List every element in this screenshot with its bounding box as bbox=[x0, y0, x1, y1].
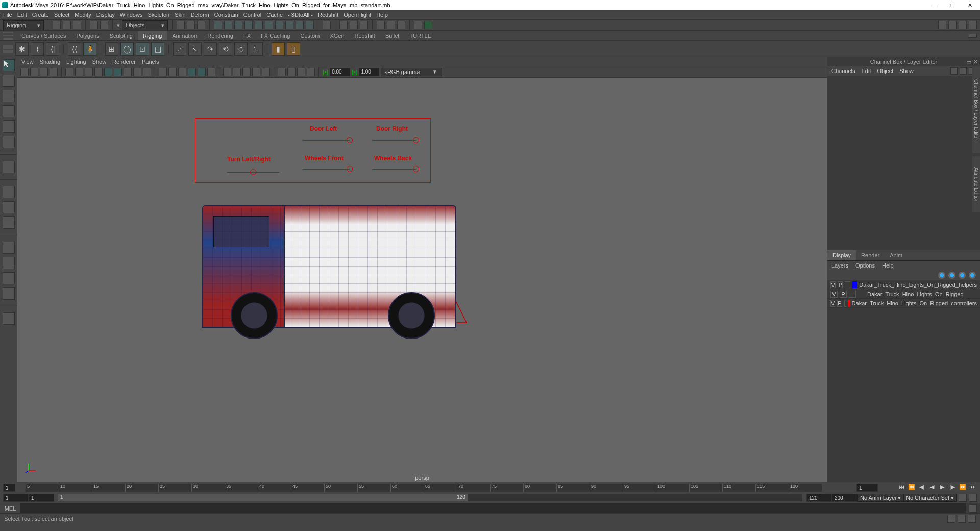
blend-shape-icon[interactable]: ◫ bbox=[151, 42, 164, 56]
layer-help[interactable]: Help bbox=[882, 262, 894, 269]
colorspace-dropdown[interactable]: sRGB gamma ▾ bbox=[381, 68, 442, 76]
gamma-input[interactable] bbox=[359, 68, 379, 76]
shelf-curves[interactable]: Curves / Surfaces bbox=[16, 31, 71, 40]
close-button[interactable]: ✕ bbox=[965, 2, 975, 9]
paint-select-tool-icon[interactable] bbox=[3, 90, 15, 102]
vp2-icon[interactable] bbox=[424, 21, 432, 29]
menu-control[interactable]: Control bbox=[243, 12, 261, 18]
bookmark-icon[interactable] bbox=[40, 68, 48, 76]
step-back-icon[interactable]: ◀| bbox=[918, 484, 926, 492]
layer-visible-toggle[interactable]: V bbox=[830, 291, 838, 298]
layout-6-icon[interactable] bbox=[3, 272, 15, 284]
status-icon-2[interactable] bbox=[958, 515, 966, 523]
layer-new-empty-icon[interactable] bbox=[959, 272, 966, 279]
shelf-xgen[interactable]: XGen bbox=[325, 31, 349, 40]
shelf-custom[interactable]: Custom bbox=[296, 31, 325, 40]
shelf-rigging[interactable]: Rigging bbox=[138, 31, 167, 40]
menu-windows[interactable]: Windows bbox=[120, 12, 143, 18]
range-end-input[interactable] bbox=[806, 494, 832, 502]
menu-deform[interactable]: Deform bbox=[191, 12, 209, 18]
play-fwd-icon[interactable]: ▶ bbox=[938, 484, 946, 492]
ipr-icon[interactable] bbox=[387, 21, 395, 29]
layer-color-swatch[interactable] bbox=[848, 300, 850, 307]
bind-skin-icon[interactable]: ⟋ bbox=[173, 42, 186, 56]
shelf-fx[interactable]: FX bbox=[238, 31, 256, 40]
viewport-bg-icon[interactable] bbox=[242, 68, 251, 76]
sel-mask-9-icon[interactable] bbox=[296, 21, 304, 29]
sel-mask-10-icon[interactable] bbox=[306, 21, 314, 29]
insert-joint-icon[interactable]: ⟨ bbox=[31, 42, 44, 56]
panel-panels[interactable]: Panels bbox=[142, 59, 159, 65]
layer-display-type[interactable] bbox=[845, 281, 850, 288]
shelf-sculpting[interactable]: Sculpting bbox=[105, 31, 138, 40]
command-input[interactable] bbox=[20, 503, 493, 513]
menu-edit[interactable]: Edit bbox=[17, 12, 27, 18]
layer-tab-anim[interactable]: Anim bbox=[885, 250, 908, 260]
panel-shading[interactable]: Shading bbox=[40, 59, 60, 65]
paint-weights-icon[interactable]: ↷ bbox=[204, 42, 217, 56]
mirror-weights-icon[interactable]: ⟲ bbox=[219, 42, 232, 56]
edge-tab-attribute-editor[interactable]: Attribute Editor bbox=[972, 156, 980, 212]
chevron-down-icon[interactable]: ▾ bbox=[117, 22, 120, 29]
layout-7-icon[interactable] bbox=[3, 287, 15, 300]
shelf-scroll-up-icon[interactable] bbox=[969, 34, 977, 38]
go-end-icon[interactable]: ⏭ bbox=[969, 484, 977, 492]
lasso-tool-icon[interactable] bbox=[3, 75, 15, 87]
sel-mask-8-icon[interactable] bbox=[285, 21, 293, 29]
rig-door-left-slider[interactable] bbox=[303, 140, 350, 141]
shelf-polygons[interactable]: Polygons bbox=[71, 31, 104, 40]
ch-show[interactable]: Show bbox=[899, 68, 914, 74]
shelf-turtle[interactable]: TURTLE bbox=[404, 31, 436, 40]
undock-icon[interactable]: ▭ bbox=[966, 59, 971, 65]
render-view-icon[interactable] bbox=[397, 21, 405, 29]
menu-skeleton[interactable]: Skeleton bbox=[148, 12, 169, 18]
camera-select-icon[interactable] bbox=[20, 68, 29, 76]
modeling-toolkit-icon[interactable] bbox=[969, 21, 977, 29]
shadows-icon[interactable] bbox=[143, 68, 151, 76]
shelf-rendering[interactable]: Rendering bbox=[202, 31, 238, 40]
layer-color-swatch[interactable] bbox=[858, 291, 865, 298]
lights-icon[interactable] bbox=[133, 68, 141, 76]
select-component-icon[interactable] bbox=[197, 21, 205, 29]
chbox-icon-2[interactable] bbox=[960, 67, 967, 75]
motion-blur-icon[interactable] bbox=[198, 68, 206, 76]
menu-skin[interactable]: Skin bbox=[175, 12, 185, 18]
layer-new-selected-icon[interactable] bbox=[969, 272, 976, 279]
textured-icon[interactable] bbox=[124, 68, 132, 76]
select-object-icon[interactable] bbox=[187, 21, 195, 29]
detach-skin-icon[interactable]: ⟍ bbox=[188, 42, 202, 56]
layer-row[interactable]: V P Dakar_Truck_Hino_Lights_On_Rigged_co… bbox=[827, 299, 980, 308]
snap-curve-icon[interactable] bbox=[350, 21, 358, 29]
rig-turn-handle[interactable] bbox=[250, 169, 256, 175]
layer-options[interactable]: Options bbox=[855, 262, 875, 269]
last-tool-icon[interactable] bbox=[3, 161, 15, 173]
layer-visible-toggle[interactable]: V bbox=[830, 300, 835, 307]
range-start-input[interactable] bbox=[29, 494, 54, 502]
rig-wheels-front-handle[interactable] bbox=[347, 166, 353, 172]
rig-wheels-back-slider[interactable] bbox=[372, 169, 416, 170]
maximize-button[interactable]: □ bbox=[947, 2, 958, 9]
go-start-icon[interactable]: ⏮ bbox=[897, 484, 905, 492]
range-slider-handle[interactable] bbox=[58, 494, 468, 501]
script-language-label[interactable]: MEL bbox=[0, 503, 20, 513]
sel-mask-3-icon[interactable] bbox=[234, 21, 242, 29]
sel-mask-7-icon[interactable] bbox=[275, 21, 283, 29]
menu-constrain[interactable]: Constrain bbox=[214, 12, 238, 18]
sel-mask-1-icon[interactable] bbox=[214, 21, 222, 29]
vp-2-icon[interactable] bbox=[287, 68, 296, 76]
isolate-select-icon[interactable] bbox=[159, 68, 167, 76]
prune-weights-icon[interactable]: ⟍ bbox=[250, 42, 263, 56]
hammer-weights-icon[interactable]: ◇ bbox=[234, 42, 248, 56]
shelf-fx-caching[interactable]: FX Caching bbox=[256, 31, 295, 40]
snap-grid-icon[interactable] bbox=[339, 21, 348, 29]
film-gate-icon[interactable] bbox=[75, 68, 83, 76]
menu-display[interactable]: Display bbox=[96, 12, 115, 18]
grid-icon[interactable] bbox=[65, 68, 74, 76]
move-tool-icon[interactable] bbox=[3, 105, 15, 117]
quick-rig-2-icon[interactable]: ▯ bbox=[287, 42, 300, 56]
camera-attr-icon[interactable] bbox=[30, 68, 38, 76]
layout-3-icon[interactable] bbox=[3, 216, 15, 229]
layer-playback-toggle[interactable]: P bbox=[838, 281, 843, 288]
anim-end-input[interactable] bbox=[832, 494, 857, 502]
menu-select[interactable]: Select bbox=[54, 12, 70, 18]
